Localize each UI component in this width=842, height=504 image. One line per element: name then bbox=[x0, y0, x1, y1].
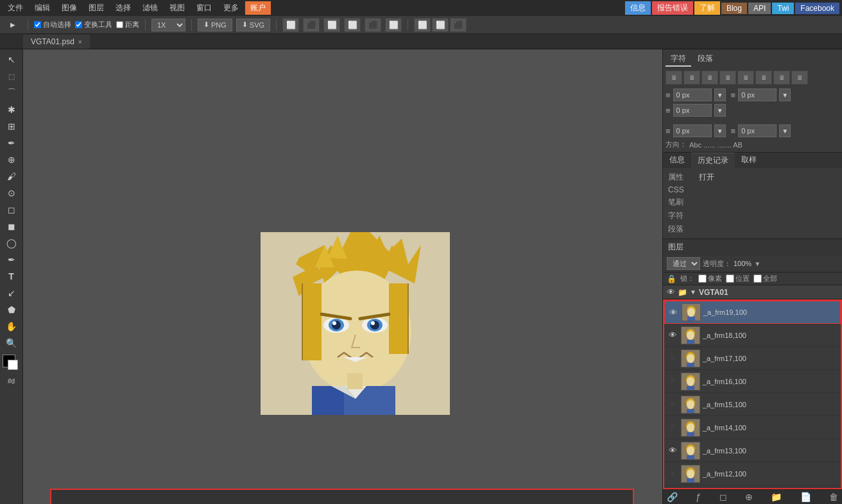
eyedropper-tool[interactable]: ✒ bbox=[3, 135, 21, 151]
layer-item[interactable]: 👁 _a_frm13,100 bbox=[664, 439, 841, 462]
layers-group[interactable]: 👁 📁 ▼ VGTA01 bbox=[663, 285, 842, 299]
info-val-attr[interactable]: 打开 bbox=[699, 172, 714, 183]
nav-report-btn[interactable]: 报告错误 bbox=[652, 1, 693, 15]
layer-eye-toggle[interactable]: 👁 bbox=[667, 446, 678, 455]
text-justify-all[interactable]: ≡ bbox=[773, 71, 790, 85]
pen-tool[interactable]: ✒ bbox=[3, 252, 21, 267]
png-btn[interactable]: ⬇ PNG bbox=[198, 19, 232, 31]
color-swatch[interactable] bbox=[3, 355, 21, 373]
info-tab-sample[interactable]: 取样 bbox=[735, 153, 763, 168]
nav-twi-btn[interactable]: Twi bbox=[772, 3, 794, 14]
zoom-tool[interactable]: 🔍 bbox=[3, 335, 21, 351]
align-left-btn[interactable]: ⬜ bbox=[282, 18, 299, 32]
layer-eye-toggle[interactable]: 👁 bbox=[667, 330, 678, 340]
menu-window[interactable]: 窗口 bbox=[191, 1, 217, 15]
layers-adjust-icon[interactable]: ⊕ bbox=[745, 492, 753, 502]
file-tab[interactable]: VGTA01.psd × bbox=[23, 35, 90, 49]
align-top-btn[interactable]: ⬜ bbox=[344, 18, 361, 32]
layers-group-icon[interactable]: 📁 bbox=[771, 492, 782, 502]
auto-select-checkbox[interactable] bbox=[34, 21, 41, 28]
menu-filter[interactable]: 滤镜 bbox=[137, 1, 163, 15]
text-justify-right[interactable]: ≡ bbox=[755, 71, 772, 85]
transform-checkbox[interactable] bbox=[75, 21, 82, 28]
char-tab-paragraph[interactable]: 段落 bbox=[692, 52, 718, 67]
layer-eye-toggle[interactable]: 👁 bbox=[667, 353, 678, 363]
text-justify-center[interactable]: ≡ bbox=[737, 71, 754, 85]
opacity-arrow[interactable]: ▼ bbox=[754, 260, 760, 267]
group-expand-arrow[interactable]: ▼ bbox=[690, 289, 696, 296]
menu-edit[interactable]: 编辑 bbox=[30, 1, 55, 15]
dodge-tool[interactable]: ◯ bbox=[3, 235, 21, 251]
char-input-3[interactable] bbox=[673, 104, 712, 117]
lock-position-checkbox[interactable] bbox=[726, 274, 734, 283]
layer-eye-toggle[interactable]: 👁 bbox=[667, 399, 678, 409]
clone-tool[interactable]: ⊙ bbox=[3, 185, 21, 201]
layers-link-icon[interactable]: 🔗 bbox=[667, 492, 678, 502]
text-align-center[interactable]: ≡ bbox=[683, 71, 700, 85]
distribute-v-btn[interactable]: ⬜ bbox=[414, 18, 431, 32]
select-rect-tool[interactable]: ⬚ bbox=[3, 69, 21, 84]
distribute-h-btn[interactable]: ⬜ bbox=[432, 18, 449, 32]
layers-fx-icon[interactable]: ƒ bbox=[696, 492, 701, 502]
pointer-tool[interactable]: ↖ bbox=[3, 52, 21, 67]
layer-item[interactable]: 👁 _a_frm19,100 bbox=[664, 301, 841, 324]
svg-btn[interactable]: ⬇ SVG bbox=[236, 19, 270, 31]
char-input-2[interactable] bbox=[738, 88, 777, 101]
brush-tool[interactable]: 🖌 bbox=[3, 169, 21, 184]
char-dropdown-3[interactable]: ▼ bbox=[714, 104, 726, 117]
align-right-btn[interactable]: ⬜ bbox=[323, 18, 340, 32]
lock-pixels-checkbox[interactable] bbox=[698, 274, 707, 283]
distance-checkbox[interactable] bbox=[116, 21, 123, 28]
nav-info-btn[interactable]: 信息 bbox=[625, 1, 651, 15]
menu-view[interactable]: 视图 bbox=[164, 1, 190, 15]
nav-blog-btn[interactable]: Blog bbox=[721, 3, 747, 14]
char-dropdown-5[interactable]: ▼ bbox=[779, 124, 791, 137]
text-align-left[interactable]: ≡ bbox=[666, 71, 682, 85]
info-tab-info[interactable]: 信息 bbox=[663, 153, 691, 168]
lasso-tool[interactable]: ⌒ bbox=[3, 85, 21, 101]
background-color[interactable] bbox=[8, 360, 18, 370]
text-justify-left[interactable]: ≡ bbox=[719, 71, 736, 85]
menu-select[interactable]: 选择 bbox=[110, 1, 136, 15]
layers-new-icon[interactable]: 📄 bbox=[800, 492, 811, 502]
nav-facebook-btn[interactable]: Facebook bbox=[795, 3, 839, 14]
text-justify-force[interactable]: ≡ bbox=[791, 71, 808, 85]
text-tool[interactable]: T bbox=[3, 269, 21, 284]
layer-item[interactable]: 👁 _a_frm12,100 bbox=[664, 462, 841, 485]
nav-learn-btn[interactable]: 了解 bbox=[694, 1, 720, 15]
char-dropdown-2[interactable]: ▼ bbox=[779, 88, 791, 101]
hand-tool[interactable]: ✋ bbox=[3, 319, 21, 334]
menu-layer[interactable]: 图层 bbox=[83, 1, 109, 15]
menu-image[interactable]: 图像 bbox=[56, 1, 82, 15]
layer-eye-toggle[interactable]: 👁 bbox=[667, 376, 678, 386]
align-middle-btn[interactable]: ⬛ bbox=[365, 18, 381, 32]
lock-all-checkbox[interactable] bbox=[753, 274, 762, 283]
nav-api-btn[interactable]: API bbox=[748, 3, 771, 14]
layer-eye-toggle[interactable]: 👁 bbox=[667, 469, 678, 478]
zoom-dropdown[interactable]: 1X2X0.5X bbox=[151, 19, 185, 31]
magic-wand-tool[interactable]: ✱ bbox=[3, 102, 21, 117]
path-select-tool[interactable]: ↙ bbox=[3, 285, 21, 301]
char-tab-font[interactable]: 字符 bbox=[666, 52, 691, 67]
char-input-1[interactable] bbox=[673, 88, 712, 101]
crop-tool[interactable]: ⊞ bbox=[3, 119, 21, 134]
gradient-tool[interactable]: ◼ bbox=[3, 219, 21, 234]
info-tab-history[interactable]: 历史记录 bbox=[691, 153, 735, 168]
heal-tool[interactable]: ⊕ bbox=[3, 152, 21, 167]
layers-delete-icon[interactable]: 🗑 bbox=[829, 492, 838, 502]
distribute-t-btn[interactable]: ⬛ bbox=[450, 18, 467, 32]
char-input-4[interactable] bbox=[673, 124, 712, 137]
text-align-right[interactable]: ≡ bbox=[701, 71, 718, 85]
layer-item[interactable]: 👁 _a_frm17,100 bbox=[664, 347, 841, 370]
char-dropdown-4[interactable]: ▼ bbox=[714, 124, 726, 137]
layer-item[interactable]: 👁 _a_frm15,100 bbox=[664, 393, 841, 416]
layer-eye-toggle[interactable]: 👁 bbox=[667, 308, 679, 317]
menu-file[interactable]: 文件 bbox=[3, 1, 28, 15]
layer-eye-toggle[interactable]: 👁 bbox=[667, 423, 678, 432]
eraser-tool[interactable]: ◻ bbox=[3, 202, 21, 217]
char-input-5[interactable] bbox=[738, 124, 777, 137]
layer-item[interactable]: 👁 _a_frm18,100 bbox=[664, 324, 841, 347]
menu-account[interactable]: 账户 bbox=[245, 1, 271, 15]
layer-visibility-eye[interactable]: 👁 bbox=[667, 287, 675, 297]
canvas-area[interactable] bbox=[23, 49, 662, 504]
